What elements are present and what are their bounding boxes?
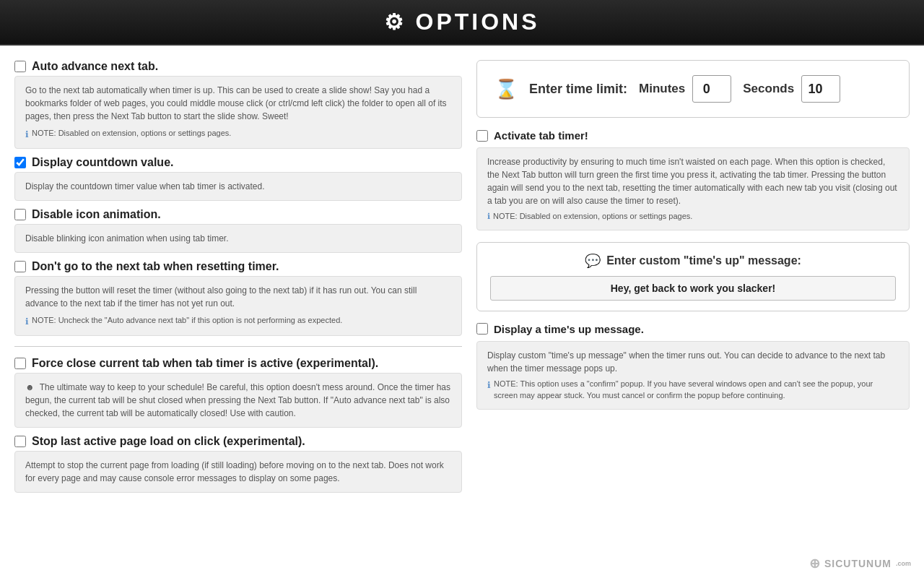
option-disable-animation: Disable icon animation. Disable blinking… (14, 208, 462, 253)
main-content: Auto advance next tab. Go to the next ta… (0, 46, 924, 578)
option-dont-go-next: Don't go to the next tab when resetting … (14, 260, 462, 336)
timesup-label-text: Display a time's up message. (494, 323, 644, 335)
option-dont-go-next-checkbox[interactable] (14, 261, 26, 272)
option-force-close-checkbox[interactable] (14, 358, 26, 369)
custom-message-input[interactable] (490, 276, 896, 301)
body-wrapper: Auto advance next tab. Go to the next ta… (0, 46, 924, 578)
brand-com: .com (896, 560, 911, 567)
timer-seconds-group: Seconds (743, 75, 840, 103)
timesup-desc-text: Display custom "time's up message" when … (487, 350, 885, 374)
option-dont-go-next-note-text: NOTE: Uncheck the "Auto advance next tab… (32, 314, 342, 327)
timer-minutes-group: Minutes (639, 75, 731, 103)
option-auto-advance-text: Auto advance next tab. (32, 60, 158, 73)
left-column: Auto advance next tab. Go to the next ta… (14, 60, 462, 566)
footer-brand: ⊕ SICUTUNUM .com (809, 556, 911, 571)
option-stop-last-active-checkbox[interactable] (14, 436, 26, 447)
option-disable-animation-checkbox[interactable] (14, 209, 26, 220)
option-force-close-desc: ☻ The ultimate way to keep to your sched… (14, 373, 462, 428)
option-auto-advance: Auto advance next tab. Go to the next ta… (14, 60, 462, 149)
minutes-label: Minutes (639, 82, 685, 96)
option-auto-advance-note-text: NOTE: Disabled on extension, options or … (32, 127, 231, 139)
option-force-close: Force close current tab when tab timer i… (14, 357, 462, 428)
minutes-input[interactable] (692, 75, 731, 103)
option-auto-advance-desc: Go to the next tab automatically when ti… (14, 76, 462, 149)
option-dont-go-next-note: ℹ NOTE: Uncheck the "Auto advance next t… (25, 314, 451, 328)
timer-box: ⌛ Enter time limit: Minutes Seconds (476, 60, 910, 118)
option-dont-go-next-label[interactable]: Don't go to the next tab when resetting … (14, 260, 462, 273)
option-force-close-text: Force close current tab when tab timer i… (32, 357, 378, 370)
info-icon-4: ℹ (487, 379, 491, 392)
info-icon: ℹ (25, 128, 29, 141)
tab-timer-note-text: NOTE: Disabled on extension, options or … (493, 210, 692, 223)
tab-timer-label-text: Activate tab timer! (494, 129, 588, 142)
option-disable-animation-desc-text: Disable blinking icon animation when usi… (25, 233, 229, 243)
option-display-countdown-checkbox[interactable] (14, 157, 26, 168)
option-display-countdown-label[interactable]: Display countdown value. (14, 156, 462, 169)
tab-timer-desc: Increase productivity by ensuring to muc… (476, 147, 910, 230)
right-column: ⌛ Enter time limit: Minutes Seconds Acti… (476, 60, 910, 566)
option-display-countdown-desc-text: Display the countdown timer value when t… (25, 181, 265, 191)
timesup-label[interactable]: Display a time's up message. (476, 323, 910, 335)
timesup-note-text: NOTE: This option uses a "confirm" popup… (494, 378, 899, 402)
timer-label: Enter time limit: (529, 82, 627, 97)
option-dont-go-next-text: Don't go to the next tab when resetting … (32, 260, 279, 273)
page-header: ⚙ OPTIONS (0, 0, 924, 46)
tab-timer-label[interactable]: Activate tab timer! (476, 129, 910, 142)
timesup-section: Display a time's up message. Display cus… (476, 323, 910, 410)
tab-timer-desc-text: Increase productivity by ensuring to muc… (487, 157, 897, 206)
info-icon-3: ℹ (487, 210, 490, 223)
brand-icon: ⊕ (809, 556, 820, 571)
option-disable-animation-text: Disable icon animation. (32, 208, 161, 221)
option-stop-last-active: Stop last active page load on click (exp… (14, 435, 462, 493)
custom-message-title-text: Enter custom "time's up" message: (606, 254, 801, 267)
option-disable-animation-desc: Disable blinking icon animation when usi… (14, 224, 462, 253)
info-icon-2: ℹ (25, 315, 29, 328)
option-auto-advance-checkbox[interactable] (14, 61, 26, 72)
option-stop-last-active-desc-text: Attempt to stop the current page from lo… (25, 460, 444, 483)
option-disable-animation-label[interactable]: Disable icon animation. (14, 208, 462, 221)
hourglass-icon: ⌛ (494, 78, 518, 100)
comment-icon: 💬 (585, 253, 601, 269)
tab-timer-note: ℹ NOTE: Disabled on extension, options o… (487, 210, 899, 223)
option-display-countdown-text: Display countdown value. (32, 156, 173, 169)
seconds-label: Seconds (743, 82, 794, 96)
option-auto-advance-label[interactable]: Auto advance next tab. (14, 60, 462, 73)
person-icon: ☻ (25, 382, 35, 392)
custom-message-title: 💬 Enter custom "time's up" message: (490, 253, 896, 269)
option-display-countdown-desc: Display the countdown timer value when t… (14, 172, 462, 201)
page-title: ⚙ OPTIONS (0, 9, 924, 35)
tab-timer-section: Activate tab timer! Increase productivit… (476, 129, 910, 230)
timesup-checkbox[interactable] (476, 323, 488, 335)
option-auto-advance-note: ℹ NOTE: Disabled on extension, options o… (25, 127, 451, 141)
timesup-note: ℹ NOTE: This option uses a "confirm" pop… (487, 378, 899, 402)
timesup-desc: Display custom "time's up message" when … (476, 341, 910, 410)
option-auto-advance-desc-text: Go to the next tab automatically when ti… (25, 85, 447, 121)
page-title-text: OPTIONS (415, 9, 539, 35)
option-stop-last-active-desc: Attempt to stop the current page from lo… (14, 451, 462, 493)
brand-text: SICUTUNUM (824, 558, 892, 569)
option-force-close-desc-text: The ultimate way to keep to your schedul… (25, 382, 450, 418)
divider (14, 346, 462, 347)
option-stop-last-active-label[interactable]: Stop last active page load on click (exp… (14, 435, 462, 448)
option-dont-go-next-desc: Pressing the button will reset the timer… (14, 276, 462, 336)
option-dont-go-next-desc-text: Pressing the button will reset the timer… (25, 285, 417, 309)
tab-timer-checkbox[interactable] (476, 130, 488, 142)
option-display-countdown: Display countdown value. Display the cou… (14, 156, 462, 201)
gear-icon: ⚙ (384, 9, 406, 35)
seconds-input[interactable] (801, 75, 840, 103)
custom-message-box: 💬 Enter custom "time's up" message: (476, 242, 910, 311)
option-stop-last-active-text: Stop last active page load on click (exp… (32, 435, 305, 448)
option-force-close-label[interactable]: Force close current tab when tab timer i… (14, 357, 462, 370)
